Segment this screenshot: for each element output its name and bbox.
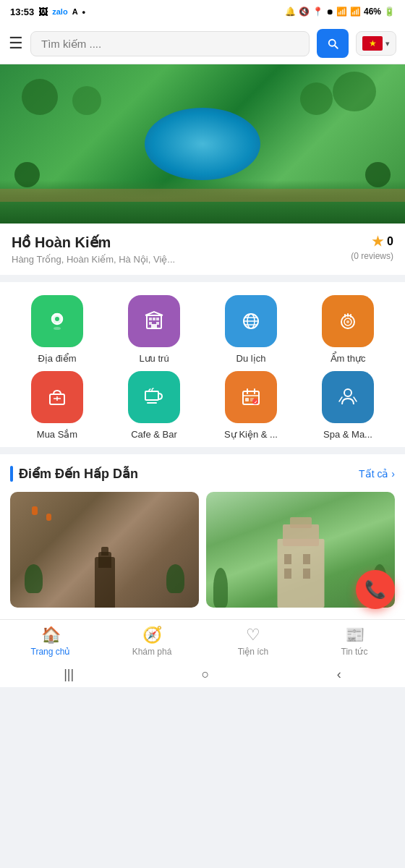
building-tree-1: [213, 568, 228, 608]
travel-icon: [238, 308, 264, 334]
window-3: [284, 569, 291, 579]
home-button[interactable]: ○: [202, 667, 210, 682]
category-label-du-lich: Du lịch: [236, 353, 266, 364]
category-item-su-kien[interactable]: ✓ Sự Kiện & ...: [204, 371, 298, 440]
location-pin-icon: [44, 308, 70, 334]
home-icon: 🏠: [41, 626, 61, 644]
building-top-section: [290, 517, 312, 528]
category-item-dia-diem[interactable]: Địa điểm: [10, 295, 104, 364]
header: ☰ ★ ▾: [0, 23, 405, 64]
language-selector[interactable]: ★ ▾: [356, 31, 396, 56]
svg-text:✓: ✓: [254, 400, 257, 404]
category-label-cafe-bar: Cafe & Bar: [131, 429, 177, 440]
call-fab[interactable]: 📞: [356, 570, 395, 609]
event-icon: ✓: [238, 384, 264, 410]
category-label-spa: Spa & Ma...: [323, 429, 372, 440]
compass-icon: 🧭: [142, 626, 162, 644]
category-label-mua-sam: Mua Sắm: [37, 429, 77, 440]
system-nav: ||| ○ ‹: [0, 661, 405, 687]
tree-deco-6: [365, 162, 391, 187]
tree-deco-5: [14, 162, 40, 187]
bottom-nav: 🏠 Trang chủ 🧭 Khám phá ♡ Tiện ích 📰 Tin …: [0, 619, 405, 661]
window-4: [303, 569, 310, 579]
wifi-icon: 📶: [336, 7, 347, 17]
zalo-icon: zalo: [52, 7, 67, 16]
chevron-down-icon: ▾: [385, 39, 390, 48]
search-input[interactable]: [41, 38, 299, 50]
svg-point-2: [55, 317, 59, 321]
category-icon-du-lich: [225, 295, 277, 347]
status-bar: 13:53 🖼 zalo A • 🔔 🔇 📍 ⏺ 📶 📶 46% 🔋: [0, 0, 405, 23]
recent-apps-button[interactable]: |||: [64, 667, 74, 682]
attractions-title: Điểm Đến Hấp Dẫn: [19, 466, 138, 482]
vietnam-flag: ★: [362, 36, 383, 51]
svg-rect-27: [245, 398, 249, 401]
search-button[interactable]: [317, 29, 349, 58]
hero-image: [0, 64, 405, 224]
section-title-bar: [10, 466, 13, 482]
category-item-du-lich[interactable]: Du lịch: [204, 295, 298, 364]
nav-item-explore[interactable]: 🧭 Khám phá: [127, 626, 177, 657]
flag-star: ★: [369, 38, 377, 48]
nav-item-news[interactable]: 📰 Tin tức: [329, 626, 380, 657]
svg-point-17: [346, 320, 349, 323]
svg-rect-5: [153, 318, 155, 320]
menu-button[interactable]: ☰: [9, 34, 23, 53]
tree-left-1: [25, 564, 43, 593]
dot-icon: •: [82, 7, 86, 17]
nav-label-home: Trang chủ: [31, 647, 71, 657]
search-bar-container: [30, 31, 310, 56]
window-2: [303, 554, 310, 564]
category-item-cafe-bar[interactable]: Cafe & Bar: [107, 371, 201, 440]
nav-item-utilities[interactable]: ♡ Tiện ích: [228, 626, 278, 657]
star-icon: ★: [372, 234, 383, 250]
turtle-tower-tip: [101, 547, 108, 556]
photo-icon: 🖼: [38, 7, 48, 17]
attractions-row: [10, 492, 395, 619]
svg-rect-9: [151, 324, 157, 328]
signal-icon: 📶: [350, 7, 361, 17]
a-icon: A: [72, 7, 78, 16]
hotel-icon: [141, 308, 167, 334]
category-item-mua-sam[interactable]: Mua Sắm: [10, 371, 104, 440]
mute-icon: 🔇: [299, 7, 310, 17]
svg-point-31: [344, 389, 351, 396]
category-icon-am-thuc: [322, 295, 374, 347]
lantern-2: [46, 514, 51, 521]
location-icon: 📍: [312, 7, 323, 17]
tree-deco-4: [300, 82, 333, 115]
category-item-am-thuc[interactable]: Ẩm thực: [301, 295, 395, 364]
location-name: Hồ Hoàn Kiếm: [12, 234, 175, 251]
record-icon: ⏺: [326, 8, 333, 16]
window-1: [284, 554, 291, 564]
battery-icon: 🔋: [384, 7, 395, 17]
category-item-luu-tru[interactable]: Lưu trú: [107, 295, 201, 364]
category-item-spa[interactable]: Spa & Ma...: [301, 371, 395, 440]
category-label-luu-tru: Lưu trú: [139, 353, 169, 364]
section-title-wrap: Điểm Đến Hấp Dẫn: [10, 466, 138, 482]
review-count: (0 reviews): [351, 251, 393, 261]
svg-rect-6: [156, 318, 159, 320]
cafe-icon: [141, 384, 167, 410]
news-icon: 📰: [345, 626, 364, 644]
back-button[interactable]: ‹: [337, 667, 341, 682]
rating-area: ★ 0 (0 reviews): [351, 234, 393, 261]
category-label-am-thuc: Ẩm thực: [331, 353, 366, 364]
attraction-card-1[interactable]: [10, 492, 199, 608]
location-address: Hàng Trống, Hoàn Kiếm, Hà Nội, Việ...: [12, 254, 175, 265]
category-section: Địa điểm Lưu trú: [0, 282, 405, 447]
category-icon-luu-tru: [128, 295, 180, 347]
category-icon-su-kien: ✓: [225, 371, 277, 423]
see-all-button[interactable]: Tất cả ›: [359, 468, 395, 480]
search-icon: [326, 37, 339, 50]
spa-icon: [335, 384, 361, 410]
tree-deco-2: [333, 72, 376, 111]
svg-rect-21: [145, 391, 158, 400]
nav-item-home[interactable]: 🏠 Trang chủ: [25, 626, 76, 657]
shopping-icon: [44, 384, 70, 410]
category-icon-mua-sam: [31, 371, 83, 423]
category-grid: Địa điểm Lưu trú: [7, 295, 398, 440]
trees-overlay: [0, 180, 405, 224]
nav-label-news: Tin tức: [341, 647, 368, 657]
category-icon-dia-diem: [31, 295, 83, 347]
